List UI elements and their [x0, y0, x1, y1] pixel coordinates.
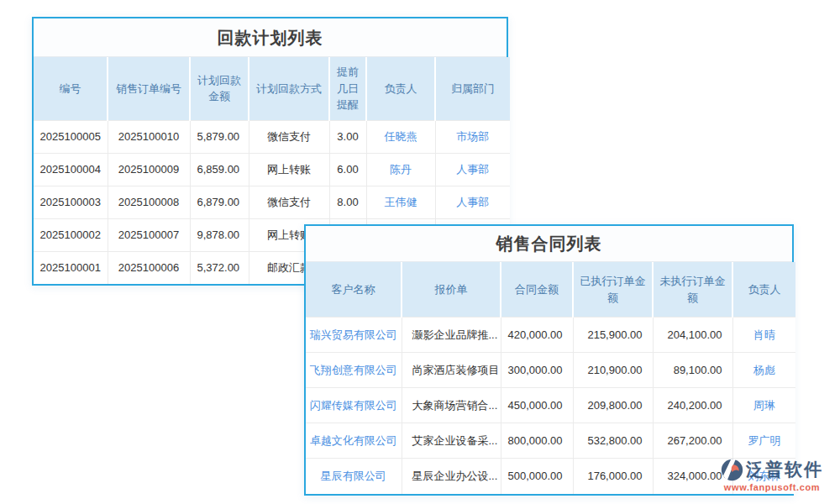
column-header-method: 计划回款方式 — [249, 57, 329, 120]
department-link[interactable]: 人事部 — [435, 186, 510, 218]
table-row: 闪耀传媒有限公司 大象商场营销合... 450,000.00 209,800.0… — [306, 388, 795, 423]
cell-method: 微信支付 — [249, 120, 329, 153]
table-row: 2025100004 2025100009 6,859.00 网上转账 6.00… — [34, 153, 510, 186]
cell-remind-days: 8.00 — [329, 186, 366, 218]
owner-link[interactable]: 周琳 — [732, 388, 795, 423]
cell-unexecuted-amount: 240,200.00 — [653, 388, 732, 423]
customer-link[interactable]: 卓越文化有限公司 — [306, 423, 402, 459]
owner-link[interactable]: 罗广明 — [732, 423, 795, 459]
cell-unexecuted-amount: 204,100.00 — [653, 318, 732, 353]
cell-contract-amount: 450,000.00 — [501, 388, 573, 423]
cell-plan-id: 2025100003 — [34, 186, 108, 218]
page: { "colors": { "panel_border": "#2aa7df",… — [0, 0, 840, 504]
payment-plan-title: 回款计划列表 — [34, 18, 507, 57]
cell-plan-id: 2025100001 — [34, 251, 108, 284]
cell-contract-amount: 800,000.00 — [501, 423, 573, 459]
cell-amount: 5,372.00 — [190, 251, 249, 284]
cell-order-id: 2025100008 — [108, 186, 190, 218]
owner-link[interactable]: 陈丹 — [366, 153, 435, 186]
column-header-customer: 客户名称 — [306, 262, 402, 318]
cell-quote: 星辰企业办公设... — [402, 459, 501, 494]
cell-plan-id: 2025100002 — [34, 218, 108, 251]
payment-plan-header-row: 编号 销售订单编号 计划回款金额 计划回款方式 提前几日提醒 负责人 归属部门 — [34, 57, 510, 120]
customer-link[interactable]: 星辰有限公司 — [306, 459, 402, 494]
column-header-owner: 负责人 — [732, 262, 795, 318]
cell-unexecuted-amount: 89,100.00 — [653, 353, 732, 388]
cell-amount: 5,879.00 — [190, 120, 249, 153]
sales-contract-title: 销售合同列表 — [306, 226, 792, 262]
customer-link[interactable]: 飞翔创意有限公司 — [306, 353, 402, 388]
cell-executed-amount: 210,900.00 — [573, 353, 653, 388]
cell-quote: 尚家酒店装修项目 — [402, 353, 501, 388]
table-row: 2025100003 2025100008 6,879.00 微信支付 8.00… — [34, 186, 510, 218]
cell-method: 微信支付 — [249, 186, 329, 218]
column-header-order-id: 销售订单编号 — [108, 57, 190, 120]
cell-contract-amount: 300,000.00 — [501, 353, 573, 388]
table-row: 飞翔创意有限公司 尚家酒店装修项目 300,000.00 210,900.00 … — [306, 353, 795, 388]
sales-contract-header-row: 客户名称 报价单 合同金额 已执行订单金额 未执行订单金额 负责人 — [306, 262, 795, 318]
cell-order-id: 2025100006 — [108, 251, 190, 284]
cell-quote: 艾家企业设备采... — [402, 423, 501, 459]
cell-quote: 大象商场营销合... — [402, 388, 501, 423]
cell-executed-amount: 209,800.00 — [573, 388, 653, 423]
sales-contract-table-panel: 销售合同列表 客户名称 报价单 合同金额 已执行订单金额 未执行订单金额 负责人… — [304, 224, 794, 496]
customer-link[interactable]: 瑞兴贸易有限公司 — [306, 318, 402, 353]
owner-link[interactable]: 刘东林 — [732, 459, 795, 494]
column-header-quote: 报价单 — [402, 262, 501, 318]
column-header-executed-amount: 已执行订单金额 — [573, 262, 653, 318]
column-header-unexecuted-amount: 未执行订单金额 — [653, 262, 732, 318]
table-row: 星辰有限公司 星辰企业办公设... 500,000.00 176,000.00 … — [306, 459, 795, 494]
cell-amount: 6,879.00 — [190, 186, 249, 218]
cell-quote: 灏影企业品牌推... — [402, 318, 501, 353]
owner-link[interactable]: 任晓燕 — [366, 120, 435, 153]
table-row: 卓越文化有限公司 艾家企业设备采... 800,000.00 532,800.0… — [306, 423, 795, 459]
table-row: 2025100005 2025100010 5,879.00 微信支付 3.00… — [34, 120, 510, 153]
sales-contract-table: 客户名称 报价单 合同金额 已执行订单金额 未执行订单金额 负责人 瑞兴贸易有限… — [306, 262, 795, 494]
cell-remind-days: 3.00 — [329, 120, 366, 153]
cell-order-id: 2025100007 — [108, 218, 190, 251]
column-header-owner: 负责人 — [366, 57, 435, 120]
customer-link[interactable]: 闪耀传媒有限公司 — [306, 388, 402, 423]
cell-amount: 9,878.00 — [190, 218, 249, 251]
cell-unexecuted-amount: 324,000.00 — [653, 459, 732, 494]
cell-executed-amount: 532,800.00 — [573, 423, 653, 459]
column-header-remind-days: 提前几日提醒 — [329, 57, 366, 120]
column-header-contract-amount: 合同金额 — [501, 262, 573, 318]
cell-plan-id: 2025100004 — [34, 153, 108, 186]
department-link[interactable]: 市场部 — [435, 120, 510, 153]
cell-method: 网上转账 — [249, 153, 329, 186]
cell-unexecuted-amount: 267,200.00 — [653, 423, 732, 459]
cell-order-id: 2025100010 — [108, 120, 190, 153]
column-header-dept: 归属部门 — [435, 57, 510, 120]
department-link[interactable]: 人事部 — [435, 153, 510, 186]
cell-remind-days: 6.00 — [329, 153, 366, 186]
cell-plan-id: 2025100005 — [34, 120, 108, 153]
cell-contract-amount: 500,000.00 — [501, 459, 573, 494]
owner-link[interactable]: 杨彪 — [732, 353, 795, 388]
cell-amount: 6,859.00 — [190, 153, 249, 186]
owner-link[interactable]: 王伟健 — [366, 186, 435, 218]
cell-order-id: 2025100009 — [108, 153, 190, 186]
owner-link[interactable]: 肖晴 — [732, 318, 795, 353]
table-row: 瑞兴贸易有限公司 灏影企业品牌推... 420,000.00 215,900.0… — [306, 318, 795, 353]
column-header-amount: 计划回款金额 — [190, 57, 249, 120]
column-header-id: 编号 — [34, 57, 108, 120]
cell-contract-amount: 420,000.00 — [501, 318, 573, 353]
cell-executed-amount: 215,900.00 — [573, 318, 653, 353]
cell-executed-amount: 176,000.00 — [573, 459, 653, 494]
